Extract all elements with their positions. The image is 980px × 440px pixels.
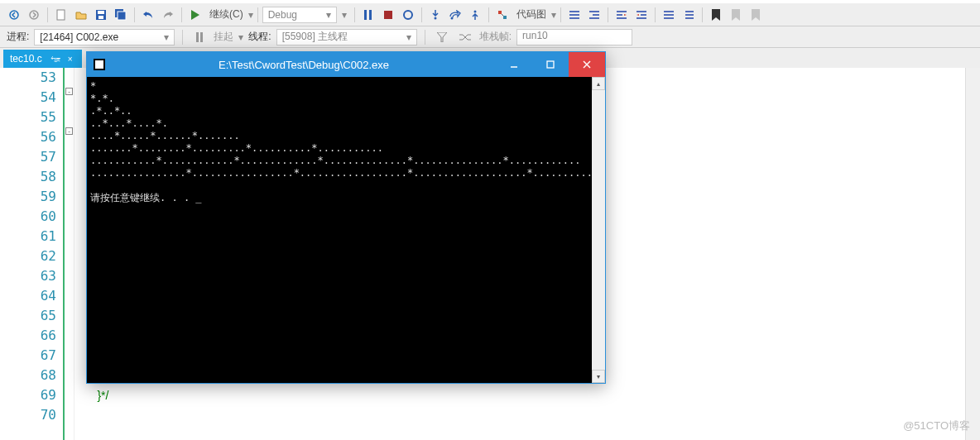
restart-icon[interactable]	[399, 6, 417, 24]
svg-rect-8	[364, 10, 367, 20]
close-icon[interactable]	[569, 52, 605, 77]
back-icon[interactable]	[5, 6, 23, 24]
line-number: 65	[0, 306, 56, 326]
bookmark-prev-icon[interactable]	[727, 6, 745, 24]
line-number: 70	[0, 405, 56, 425]
pin-icon[interactable]: ⭂	[50, 53, 60, 65]
suspend-icon[interactable]	[190, 28, 209, 46]
thread-value: [55908] 主线程	[282, 30, 348, 44]
separator	[425, 30, 425, 45]
separator	[488, 7, 489, 22]
fwd-icon[interactable]	[25, 6, 43, 24]
scroll-up-icon[interactable]: ▴	[592, 77, 605, 90]
line-number: 61	[0, 227, 56, 246]
undo-icon[interactable]	[139, 6, 157, 24]
close-icon[interactable]: ×	[65, 54, 75, 64]
new-file-icon[interactable]	[52, 6, 70, 24]
separator	[608, 7, 608, 22]
editor-scrollbar[interactable]	[965, 68, 980, 440]
svg-rect-9	[369, 10, 372, 20]
svg-rect-10	[384, 11, 392, 19]
main-toolbar: 继续(C) ▾ Debug▾ ▾ 代码图 ▾	[0, 3, 980, 26]
fold-icon[interactable]: -	[65, 88, 73, 95]
scroll-down-icon[interactable]: ▾	[592, 370, 605, 383]
save-icon[interactable]	[92, 6, 110, 24]
open-icon[interactable]	[72, 6, 90, 24]
process-dropdown[interactable]: [21464] C002.exe▾	[34, 29, 175, 45]
pause-icon[interactable]	[359, 6, 377, 24]
line-number: 68	[0, 366, 56, 385]
svg-point-12	[434, 17, 436, 19]
separator	[134, 7, 135, 22]
comment-icon[interactable]	[660, 6, 678, 24]
separator	[47, 7, 48, 22]
tab-tec10c[interactable]: tec10.c ⭂ ×	[3, 50, 82, 68]
thread-dropdown[interactable]: [55908] 主线程▾	[276, 29, 417, 45]
stack-value: run10	[522, 30, 548, 41]
watermark: @51CTO博客	[903, 418, 970, 433]
continue-icon[interactable]	[186, 6, 204, 24]
bookmark-next-icon[interactable]	[747, 6, 765, 24]
svg-rect-18	[196, 32, 199, 42]
line-number: 64	[0, 286, 56, 306]
svg-point-0	[10, 11, 18, 19]
line-number: 69	[0, 385, 56, 405]
step-into-icon[interactable]	[426, 6, 444, 24]
svg-rect-15	[498, 11, 502, 14]
svg-rect-23	[547, 61, 554, 68]
svg-rect-7	[118, 12, 126, 20]
line-number-gutter: 535455565758596061626364656667686970	[0, 68, 65, 440]
process-label: 进程:	[7, 30, 29, 44]
separator	[702, 7, 703, 22]
filter-icon[interactable]	[433, 28, 451, 46]
separator	[421, 7, 422, 22]
svg-rect-16	[503, 16, 507, 19]
svg-point-11	[404, 11, 412, 19]
console-scrollbar[interactable]: ▴ ▾	[592, 77, 605, 383]
line-number: 56	[0, 127, 56, 147]
suspend-label: 挂起	[214, 30, 233, 44]
codemap-label[interactable]: 代码图	[513, 7, 550, 22]
uncomment-icon[interactable]	[680, 6, 698, 24]
indent-icon[interactable]	[565, 6, 584, 24]
bookmark-icon[interactable]	[707, 6, 725, 24]
fold-icon[interactable]: -	[65, 127, 73, 135]
line-number: 54	[0, 88, 56, 108]
shuffle-icon[interactable]	[456, 28, 474, 46]
step-out-icon[interactable]	[466, 6, 484, 24]
line-number: 53	[0, 68, 56, 88]
step-over-icon[interactable]	[446, 6, 464, 24]
svg-point-13	[450, 17, 453, 19]
stack-frame-field[interactable]: run10	[516, 29, 632, 45]
continue-label[interactable]: 继续(C)	[206, 7, 247, 22]
save-all-icon[interactable]	[112, 6, 130, 24]
console-window: E:\Test\CwordTest\Debug\C002.exe * *.*. …	[86, 51, 606, 384]
minimize-icon[interactable]	[496, 52, 532, 77]
redo-icon[interactable]	[159, 6, 177, 24]
config-value: Debug	[268, 9, 297, 21]
console-title: E:\Test\CwordTest\Debug\C002.exe	[112, 59, 496, 71]
config-dropdown[interactable]: Debug▾	[262, 7, 337, 23]
maximize-icon[interactable]	[532, 52, 569, 77]
outdent-icon[interactable]	[585, 6, 603, 24]
svg-rect-4	[98, 11, 104, 14]
console-app-icon	[87, 59, 112, 70]
process-value: [21464] C002.exe	[40, 31, 118, 43]
codemap-icon[interactable]	[493, 6, 512, 24]
align-left-icon[interactable]	[612, 6, 631, 24]
line-number: 57	[0, 147, 56, 167]
stop-icon[interactable]	[379, 6, 397, 24]
svg-rect-5	[98, 16, 103, 19]
align-right-icon[interactable]	[632, 6, 651, 24]
separator	[560, 7, 561, 22]
svg-rect-2	[57, 10, 65, 20]
line-number: 67	[0, 346, 56, 366]
svg-point-14	[473, 10, 476, 12]
line-number: 58	[0, 167, 56, 187]
separator	[655, 7, 656, 22]
debug-process-bar: 进程: [21464] C002.exe▾ 挂起 ▾ 线程: [55908] 主…	[0, 26, 980, 48]
svg-rect-19	[200, 32, 203, 42]
console-titlebar[interactable]: E:\Test\CwordTest\Debug\C002.exe	[87, 52, 605, 77]
line-number: 66	[0, 326, 56, 346]
thread-label: 线程:	[248, 30, 271, 44]
